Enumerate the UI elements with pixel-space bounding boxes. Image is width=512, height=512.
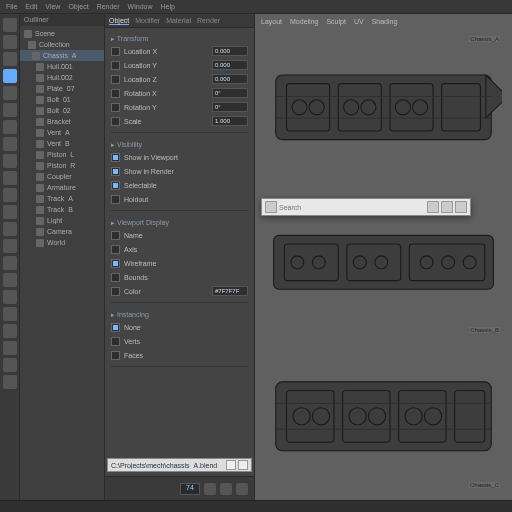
- outline-item-10[interactable]: Vent_B: [20, 138, 104, 149]
- tool-icon-9[interactable]: [3, 171, 17, 185]
- tool-icon-3[interactable]: [3, 69, 17, 83]
- search-input[interactable]: [279, 204, 425, 211]
- tool-icon-4[interactable]: [3, 86, 17, 100]
- menu-view[interactable]: View: [45, 3, 60, 10]
- tool-icon-0[interactable]: [3, 18, 17, 32]
- tool-icon-6[interactable]: [3, 120, 17, 134]
- record-icon[interactable]: [220, 483, 232, 495]
- checkbox[interactable]: [111, 259, 120, 268]
- tool-icon-5[interactable]: [3, 103, 17, 117]
- viewport-search[interactable]: [261, 198, 471, 216]
- group-header-2[interactable]: ▸ Viewport Display: [111, 219, 248, 227]
- outline-item-7[interactable]: Bolt_02: [20, 105, 104, 116]
- outline-item-5[interactable]: Plate_07: [20, 83, 104, 94]
- model-c[interactable]: Chassis_C: [265, 343, 502, 490]
- outline-item-0[interactable]: Scene: [20, 28, 104, 39]
- checkbox[interactable]: [111, 103, 120, 112]
- outline-item-2[interactable]: Chassis_A: [20, 50, 104, 61]
- menu-edit[interactable]: Edit: [25, 3, 37, 10]
- tab-modifier[interactable]: Modifier: [135, 17, 160, 24]
- frame-counter[interactable]: 74: [180, 483, 200, 495]
- checkbox[interactable]: [111, 323, 120, 332]
- viewport[interactable]: Layout Modeling Sculpt UV Shading: [255, 14, 512, 500]
- menu-object[interactable]: Object: [68, 3, 88, 10]
- menu-render[interactable]: Render: [97, 3, 120, 10]
- file-path-box[interactable]: C:\Projects\mech\chassis_A.blend: [107, 458, 252, 472]
- outline-item-18[interactable]: Camera: [20, 226, 104, 237]
- browse-button[interactable]: [226, 460, 236, 470]
- model-a[interactable]: Chassis_A: [265, 34, 502, 181]
- tool-icon-2[interactable]: [3, 52, 17, 66]
- tool-icon-10[interactable]: [3, 188, 17, 202]
- vtab-uv[interactable]: UV: [354, 18, 364, 25]
- settings-icon[interactable]: [236, 483, 248, 495]
- checkbox[interactable]: [111, 337, 120, 346]
- search-close-icon[interactable]: [455, 201, 467, 213]
- outline-item-16[interactable]: Track_B: [20, 204, 104, 215]
- checkbox[interactable]: [111, 245, 120, 254]
- group-header-3[interactable]: ▸ Instancing: [111, 311, 248, 319]
- tab-material[interactable]: Material: [166, 17, 191, 24]
- tool-icon-19[interactable]: [3, 341, 17, 355]
- tool-icon-16[interactable]: [3, 290, 17, 304]
- search-next-icon[interactable]: [441, 201, 453, 213]
- outline-item-4[interactable]: Hull.002: [20, 72, 104, 83]
- reload-button[interactable]: [238, 460, 248, 470]
- tool-icon-21[interactable]: [3, 375, 17, 389]
- outline-item-13[interactable]: Coupler: [20, 171, 104, 182]
- tool-icon-1[interactable]: [3, 35, 17, 49]
- field-input[interactable]: [212, 116, 248, 126]
- checkbox[interactable]: [111, 287, 120, 296]
- vtab-modeling[interactable]: Modeling: [290, 18, 318, 25]
- outline-item-15[interactable]: Track_A: [20, 193, 104, 204]
- tool-icon-12[interactable]: [3, 222, 17, 236]
- checkbox[interactable]: [111, 117, 120, 126]
- tab-render[interactable]: Render: [197, 17, 220, 24]
- menu-help[interactable]: Help: [161, 3, 175, 10]
- tool-icon-13[interactable]: [3, 239, 17, 253]
- menu-window[interactable]: Window: [128, 3, 153, 10]
- field-input[interactable]: [212, 60, 248, 70]
- search-prev-icon[interactable]: [427, 201, 439, 213]
- tool-icon-14[interactable]: [3, 256, 17, 270]
- tool-icon-15[interactable]: [3, 273, 17, 287]
- tool-icon-18[interactable]: [3, 324, 17, 338]
- outline-item-11[interactable]: Piston_L: [20, 149, 104, 160]
- outline-item-1[interactable]: Collection: [20, 39, 104, 50]
- tool-icon-17[interactable]: [3, 307, 17, 321]
- checkbox[interactable]: [111, 61, 120, 70]
- outline-item-14[interactable]: Armature: [20, 182, 104, 193]
- checkbox[interactable]: [111, 195, 120, 204]
- vtab-sculpt[interactable]: Sculpt: [326, 18, 345, 25]
- checkbox[interactable]: [111, 153, 120, 162]
- checkbox[interactable]: [111, 273, 120, 282]
- tool-icon-11[interactable]: [3, 205, 17, 219]
- field-input[interactable]: [212, 46, 248, 56]
- field-input[interactable]: [212, 88, 248, 98]
- checkbox[interactable]: [111, 47, 120, 56]
- menu-file[interactable]: File: [6, 3, 17, 10]
- outline-item-8[interactable]: Bracket: [20, 116, 104, 127]
- field-input[interactable]: [212, 286, 248, 296]
- vtab-layout[interactable]: Layout: [261, 18, 282, 25]
- checkbox[interactable]: [111, 351, 120, 360]
- checkbox[interactable]: [111, 75, 120, 84]
- outline-item-9[interactable]: Vent_A: [20, 127, 104, 138]
- outline-item-17[interactable]: Light: [20, 215, 104, 226]
- outline-item-12[interactable]: Piston_R: [20, 160, 104, 171]
- checkbox[interactable]: [111, 181, 120, 190]
- tool-icon-7[interactable]: [3, 137, 17, 151]
- group-header-1[interactable]: ▸ Visibility: [111, 141, 248, 149]
- tool-icon-8[interactable]: [3, 154, 17, 168]
- checkbox[interactable]: [111, 231, 120, 240]
- field-input[interactable]: [212, 74, 248, 84]
- checkbox[interactable]: [111, 89, 120, 98]
- outline-item-6[interactable]: Bolt_01: [20, 94, 104, 105]
- field-input[interactable]: [212, 102, 248, 112]
- outline-item-3[interactable]: Hull.001: [20, 61, 104, 72]
- tab-object[interactable]: Object: [109, 17, 129, 25]
- tool-icon-20[interactable]: [3, 358, 17, 372]
- play-icon[interactable]: [204, 483, 216, 495]
- group-header-0[interactable]: ▸ Transform: [111, 35, 248, 43]
- checkbox[interactable]: [111, 167, 120, 176]
